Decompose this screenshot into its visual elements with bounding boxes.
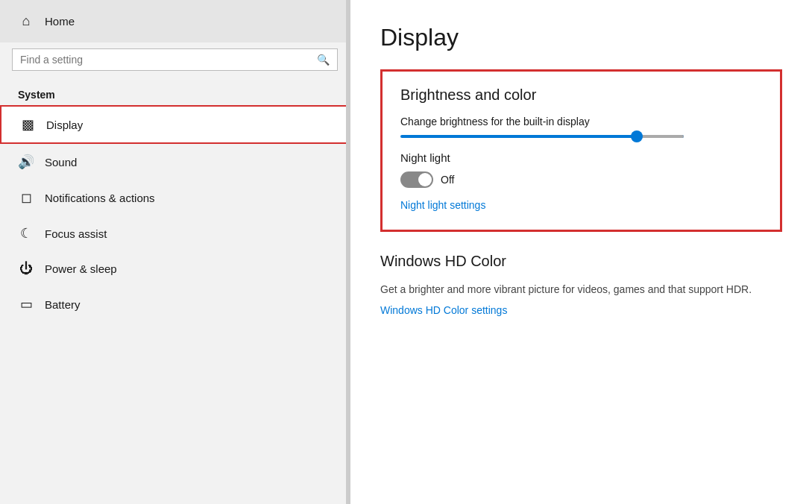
- sidebar-item-notifications[interactable]: ◻ Notifications & actions: [0, 180, 350, 215]
- sidebar-item-sound[interactable]: 🔊 Sound: [0, 144, 350, 180]
- sidebar-item-home[interactable]: ⌂ Home: [0, 0, 350, 42]
- sidebar-item-label: Sound: [45, 156, 77, 168]
- sound-icon: 🔊: [18, 154, 34, 170]
- sidebar-item-focus[interactable]: ☾ Focus assist: [0, 215, 350, 251]
- brightness-slider-track[interactable]: [400, 135, 684, 138]
- toggle-status-label: Off: [441, 174, 454, 186]
- brightness-slider-container[interactable]: [400, 135, 762, 138]
- system-section-label: System: [0, 83, 350, 105]
- night-light-label: Night light: [400, 151, 762, 164]
- night-light-toggle[interactable]: [400, 171, 433, 188]
- slider-unfilled: [639, 135, 684, 138]
- search-icon: 🔍: [317, 54, 330, 66]
- hd-color-title: Windows HD Color: [380, 253, 782, 270]
- sidebar-item-label: Focus assist: [45, 227, 107, 240]
- hd-color-description: Get a brighter and more vibrant picture …: [380, 282, 782, 297]
- display-icon: ▩: [19, 116, 36, 133]
- sidebar-item-label: Battery: [45, 298, 81, 311]
- main-content: Display Brightness and color Change brig…: [350, 0, 812, 504]
- toggle-knob: [418, 173, 432, 186]
- sidebar-item-power[interactable]: ⏻ Power & sleep: [0, 251, 350, 286]
- brightness-section-title: Brightness and color: [400, 86, 762, 104]
- night-light-settings-link[interactable]: Night light settings: [400, 199, 485, 211]
- sidebar-item-label: Display: [46, 119, 83, 131]
- sidebar-item-label: Power & sleep: [45, 262, 117, 275]
- search-input[interactable]: [20, 54, 317, 66]
- home-icon: ⌂: [18, 13, 34, 29]
- sidebar-item-display[interactable]: ▩ Display: [0, 105, 350, 144]
- sidebar-item-label: Notifications & actions: [45, 192, 155, 204]
- brightness-color-section: Brightness and color Change brightness f…: [380, 69, 782, 232]
- slider-thumb[interactable]: [631, 130, 643, 142]
- page-title: Display: [380, 24, 782, 51]
- hd-color-settings-link[interactable]: Windows HD Color settings: [380, 304, 507, 316]
- focus-icon: ☾: [18, 225, 34, 242]
- notifications-icon: ◻: [18, 189, 34, 206]
- brightness-description: Change brightness for the built-in displ…: [400, 116, 762, 127]
- battery-icon: ▭: [18, 296, 34, 312]
- sidebar-item-battery[interactable]: ▭ Battery: [0, 286, 350, 322]
- power-icon: ⏻: [18, 261, 34, 277]
- search-box: 🔍: [12, 48, 338, 71]
- night-light-toggle-row: Off: [400, 171, 762, 188]
- home-label: Home: [45, 15, 75, 28]
- hd-color-section: Windows HD Color Get a brighter and more…: [380, 253, 782, 317]
